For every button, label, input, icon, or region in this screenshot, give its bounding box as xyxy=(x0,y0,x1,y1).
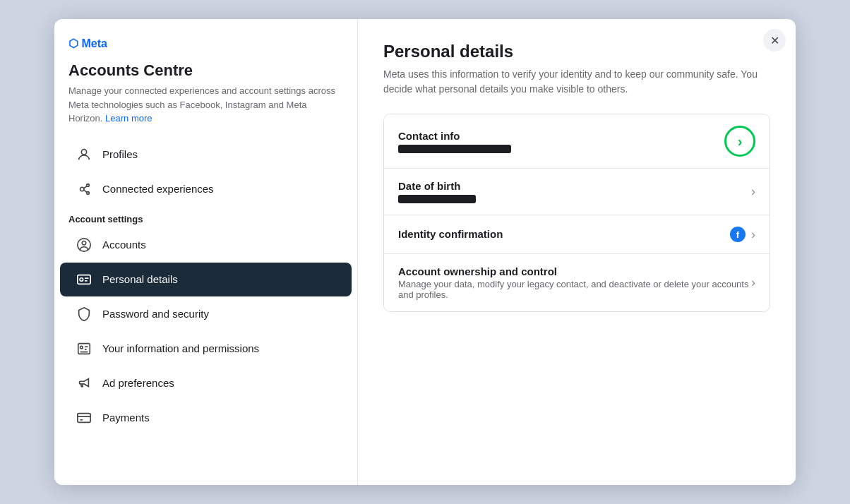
megaphone-icon xyxy=(74,373,94,393)
facebook-icon: f xyxy=(730,227,746,242)
sidebar: ⬡ Meta Accounts Centre Manage your conne… xyxy=(54,19,358,485)
page-description: Meta uses this information to verify you… xyxy=(383,67,770,97)
svg-point-4 xyxy=(87,191,90,194)
person-icon xyxy=(74,145,94,164)
identity-confirmation-right: f › xyxy=(730,227,755,242)
sidebar-item-password-security[interactable]: Password and security xyxy=(60,297,352,331)
page-title: Personal details xyxy=(383,42,770,61)
account-ownership-subtitle: Manage your data, modify your legacy con… xyxy=(398,279,751,300)
credit-card-icon xyxy=(74,408,94,428)
account-settings-section-label: Account settings xyxy=(54,207,357,227)
account-ownership-right: › xyxy=(751,275,755,290)
close-button[interactable]: ✕ xyxy=(763,29,786,52)
svg-point-1 xyxy=(81,149,86,154)
date-of-birth-row[interactable]: Date of birth › xyxy=(384,169,770,215)
sidebar-item-payments[interactable]: Payments xyxy=(60,401,352,435)
personal-details-label: Personal details xyxy=(102,273,178,285)
account-ownership-content: Account ownership and control Manage you… xyxy=(398,265,751,300)
date-of-birth-title: Date of birth xyxy=(398,180,751,192)
contact-info-row[interactable]: Contact info › xyxy=(384,114,770,169)
svg-text:⬡ Meta: ⬡ Meta xyxy=(68,37,107,49)
account-ownership-title: Account ownership and control xyxy=(398,265,751,277)
sidebar-item-profiles[interactable]: Profiles xyxy=(60,138,352,172)
sidebar-description: Manage your connected experiences and ac… xyxy=(54,84,357,137)
modal-overlay: ✕ ⬡ Meta Accounts Centre Manage your con… xyxy=(0,0,850,504)
svg-rect-18 xyxy=(78,413,90,422)
contact-info-content: Contact info xyxy=(398,130,724,153)
shield-icon xyxy=(74,304,94,324)
svg-point-8 xyxy=(82,241,86,245)
meta-logo-icon: ⬡ Meta xyxy=(68,36,111,50)
main-content: Personal details Meta uses this informat… xyxy=(358,19,796,485)
modal: ✕ ⬡ Meta Accounts Centre Manage your con… xyxy=(54,19,796,485)
contact-info-redacted xyxy=(398,145,511,153)
identity-confirmation-content: Identity confirmation xyxy=(398,228,730,241)
your-information-label: Your information and permissions xyxy=(102,342,259,354)
learn-more-link[interactable]: Learn more xyxy=(105,113,152,124)
chevron-right-icon: › xyxy=(738,133,743,150)
ad-preferences-label: Ad preferences xyxy=(102,377,174,389)
accounts-label: Accounts xyxy=(102,239,146,251)
sidebar-item-accounts[interactable]: Accounts xyxy=(60,228,352,262)
svg-point-3 xyxy=(87,184,90,186)
profiles-label: Profiles xyxy=(102,148,138,160)
close-icon: ✕ xyxy=(770,34,779,47)
connected-experiences-label: Connected experiences xyxy=(102,183,214,195)
contact-info-right: › xyxy=(724,126,755,157)
personal-details-card: Contact info › Date of birth xyxy=(383,114,770,312)
svg-line-6 xyxy=(84,190,87,192)
sidebar-logo-area: ⬡ Meta xyxy=(54,36,357,56)
sidebar-title: Accounts Centre xyxy=(54,56,357,84)
date-of-birth-right: › xyxy=(751,184,755,199)
sidebar-item-connected-experiences[interactable]: Connected experiences xyxy=(60,172,352,206)
date-of-birth-content: Date of birth xyxy=(398,180,751,203)
date-of-birth-redacted xyxy=(398,195,476,203)
password-security-label: Password and security xyxy=(102,308,209,320)
account-circle-icon xyxy=(74,235,94,255)
svg-line-5 xyxy=(84,186,87,188)
payments-label: Payments xyxy=(102,412,150,424)
link-icon xyxy=(74,179,94,199)
chevron-right-icon: › xyxy=(751,275,755,290)
identity-confirmation-title: Identity confirmation xyxy=(398,228,730,240)
sidebar-item-personal-details[interactable]: Personal details xyxy=(60,263,352,296)
chevron-right-icon: › xyxy=(751,184,755,199)
chevron-right-icon: › xyxy=(751,227,755,242)
svg-point-2 xyxy=(80,187,85,191)
sidebar-item-your-information[interactable]: Your information and permissions xyxy=(60,332,352,366)
account-ownership-row[interactable]: Account ownership and control Manage you… xyxy=(384,254,770,311)
contact-info-title: Contact info xyxy=(398,130,724,142)
sidebar-item-ad-preferences[interactable]: Ad preferences xyxy=(60,366,352,400)
contact-info-circle-button[interactable]: › xyxy=(724,126,755,157)
info-icon xyxy=(74,339,94,359)
id-card-icon xyxy=(74,270,94,289)
svg-point-10 xyxy=(80,277,83,281)
identity-confirmation-row[interactable]: Identity confirmation f › xyxy=(384,215,770,254)
svg-point-14 xyxy=(80,346,83,349)
